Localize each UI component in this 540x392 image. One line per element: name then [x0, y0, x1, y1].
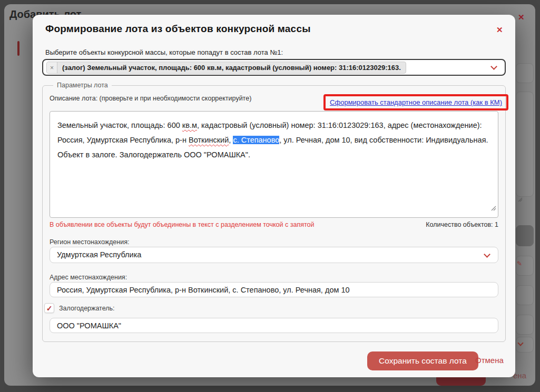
background-select — [516, 337, 534, 353]
join-objects-hint: В объявлении все объекты будут объединен… — [50, 221, 314, 228]
chevron-down-icon[interactable] — [490, 63, 497, 70]
selected-object-tag: × (залог) Земельный участок, площадь: 60… — [46, 62, 406, 74]
objects-count: Количество объектов: 1 — [426, 221, 498, 228]
description-segment-misspelled: кв.м — [182, 121, 197, 129]
description-segment-selected: с. Степаново — [233, 136, 279, 144]
save-lot-button[interactable]: Сохранить состав лота — [367, 351, 478, 370]
description-segment: Земельный участок, площадь: 600 — [57, 121, 182, 129]
objects-select-label: Выберите объекты конкурсной массы, котор… — [45, 48, 283, 56]
background-button — [516, 225, 534, 246]
background-field — [516, 63, 534, 83]
background-resize-handle — [518, 195, 523, 204]
description-label: Описание лота: (проверьте и при необходи… — [50, 95, 251, 102]
background-close-icon[interactable]: ✕ — [518, 13, 525, 22]
background-field — [516, 315, 534, 335]
fieldset-legend: Параметры лота — [53, 82, 112, 89]
remove-tag-icon[interactable]: × — [47, 62, 57, 73]
region-label: Регион местонахождения: — [50, 238, 129, 246]
section-accent-bar — [17, 41, 19, 56]
pledgee-label: Залогодержатель: — [59, 305, 115, 312]
background-textarea — [516, 92, 534, 197]
chevron-down-icon — [484, 251, 490, 258]
region-select[interactable]: Удмуртская Республика — [50, 247, 498, 263]
description-segment-misspelled: Воткинский — [189, 136, 229, 144]
region-value: Удмуртская Республика — [57, 250, 141, 259]
modal-title: Формирование лота из объектов конкурсной… — [45, 23, 311, 35]
pledgee-checkbox[interactable]: ✓ — [44, 303, 54, 313]
address-label: Адрес местонахождения: — [50, 274, 127, 281]
annotation-highlight-box: Сформировать стандартное описание лота (… — [323, 94, 508, 110]
address-input[interactable] — [50, 282, 498, 297]
check-icon: ✓ — [46, 305, 53, 312]
pledgee-input[interactable] — [50, 318, 498, 333]
background-cancel-link: ена — [513, 371, 526, 380]
description-textarea[interactable]: Земельный участок, площадь: 600 кв.м, ка… — [50, 111, 498, 218]
textarea-resize-handle[interactable] — [491, 201, 496, 216]
lot-form-modal: Формирование лота из объектов конкурсной… — [33, 15, 515, 377]
objects-multiselect[interactable]: × (залог) Земельный участок, площадь: 60… — [42, 59, 506, 76]
background-field — [516, 285, 534, 305]
close-icon[interactable]: ✕ — [496, 25, 503, 35]
cancel-link[interactable]: Отмена — [475, 356, 504, 365]
selected-object-text: (залог) Земельный участок, площадь: 600 … — [57, 64, 406, 72]
generate-description-link[interactable]: Сформировать стандартное описание лота (… — [330, 98, 502, 106]
edit-pencil-icon: ✎ — [517, 260, 522, 267]
